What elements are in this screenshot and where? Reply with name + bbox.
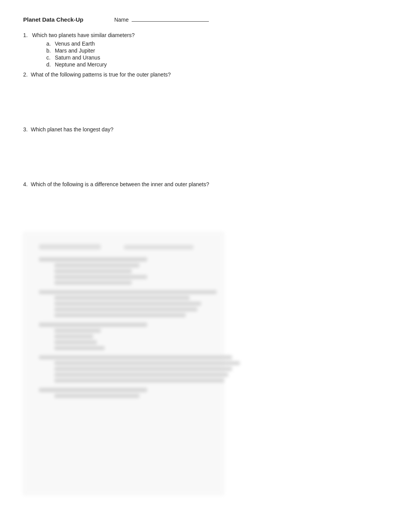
q4-answer-space[interactable] (23, 190, 324, 224)
q1-b-text: Mars and Jupiter (55, 48, 95, 54)
q2-answer-space[interactable] (23, 80, 324, 122)
blurred-q1-text (39, 257, 147, 262)
blurred-q3-a (54, 329, 101, 333)
blurred-q3 (39, 323, 208, 350)
q1-a-letter: a. (46, 41, 53, 47)
blurred-q2-c (54, 308, 197, 311)
q1-answer-d: d. Neptune and Mercury (46, 61, 324, 68)
q2-row: 2. What of the following patterns is tru… (23, 71, 324, 78)
q1-answer-b: b. Mars and Jupiter (46, 48, 324, 54)
q1-answer-c: c. Saturn and Uranus (46, 54, 324, 61)
blurred-q4-a (54, 361, 240, 365)
blurred-q2 (39, 290, 208, 317)
blurred-q4-b (54, 367, 232, 371)
q1-number: 1. (23, 32, 28, 38)
q1-question: Which two planets have similar diameters… (32, 32, 134, 38)
question-1: 1. Which two planets have similar diamet… (23, 32, 324, 68)
blurred-q5-extra (54, 394, 139, 398)
blurred-q2-a (54, 296, 190, 300)
blurred-q5-text (39, 388, 147, 392)
blurred-name-line (124, 245, 193, 250)
q1-c-letter: c. (46, 54, 53, 61)
q1-b-letter: b. (46, 48, 53, 54)
blurred-q2-d (54, 313, 186, 317)
question-4: 4. Which of the following is a differenc… (23, 181, 324, 224)
page-container: Planet Data Check-Up Name 1. Which two p… (0, 0, 347, 510)
q1-a-text: Venus and Earth (55, 41, 95, 47)
blurred-q2-b (54, 302, 201, 306)
blurred-q4 (39, 355, 208, 382)
blurred-q1 (39, 257, 208, 285)
blurred-q3-d (54, 346, 105, 350)
page-header: Planet Data Check-Up Name (23, 15, 324, 23)
q1-d-text: Neptune and Mercury (55, 61, 107, 68)
blurred-page-section (23, 232, 324, 495)
name-field: Name (114, 15, 209, 23)
blurred-q3-b (54, 335, 93, 338)
questions-container: 1. Which two planets have similar diamet… (23, 32, 324, 224)
q3-question: Which planet has the longest day? (31, 126, 114, 133)
q1-c-text: Saturn and Uranus (55, 54, 100, 61)
blurred-q1-b (54, 269, 132, 273)
q1-d-letter: d. (46, 61, 53, 68)
blurred-q4-text (39, 355, 232, 359)
blurred-title (39, 244, 101, 250)
name-label: Name (114, 17, 129, 23)
q4-question: Which of the following is a difference b… (31, 181, 209, 187)
q2-number: 2. (23, 71, 28, 78)
blurred-header (39, 244, 208, 250)
q3-number: 3. (23, 126, 28, 133)
question-2: 2. What of the following patterns is tru… (23, 71, 324, 122)
blurred-q4-c (54, 373, 228, 377)
q3-answer-space[interactable] (23, 135, 324, 177)
blurred-q3-c (54, 340, 97, 344)
blurred-q4-d (54, 379, 224, 382)
blurred-q3-text (39, 323, 147, 327)
blurred-q1-c (54, 275, 147, 279)
blurred-q1-d (54, 281, 132, 285)
blurred-q5 (39, 388, 208, 398)
q1-answer-a: a. Venus and Earth (46, 41, 324, 47)
question-3: 3. Which planet has the longest day? (23, 126, 324, 177)
name-underline[interactable] (132, 15, 209, 22)
q1-answers: a. Venus and Earth b. Mars and Jupiter c… (46, 41, 324, 68)
blurred-page (23, 232, 224, 495)
blurred-q2-text (39, 290, 217, 294)
q3-row: 3. Which planet has the longest day? (23, 126, 324, 133)
q4-number: 4. (23, 181, 28, 187)
q4-row: 4. Which of the following is a differenc… (23, 181, 324, 187)
q2-question: What of the following patterns is true f… (31, 71, 171, 78)
question-1-text: 1. Which two planets have similar diamet… (23, 32, 324, 38)
blurred-q1-a (54, 263, 139, 267)
page-title: Planet Data Check-Up (23, 16, 83, 23)
